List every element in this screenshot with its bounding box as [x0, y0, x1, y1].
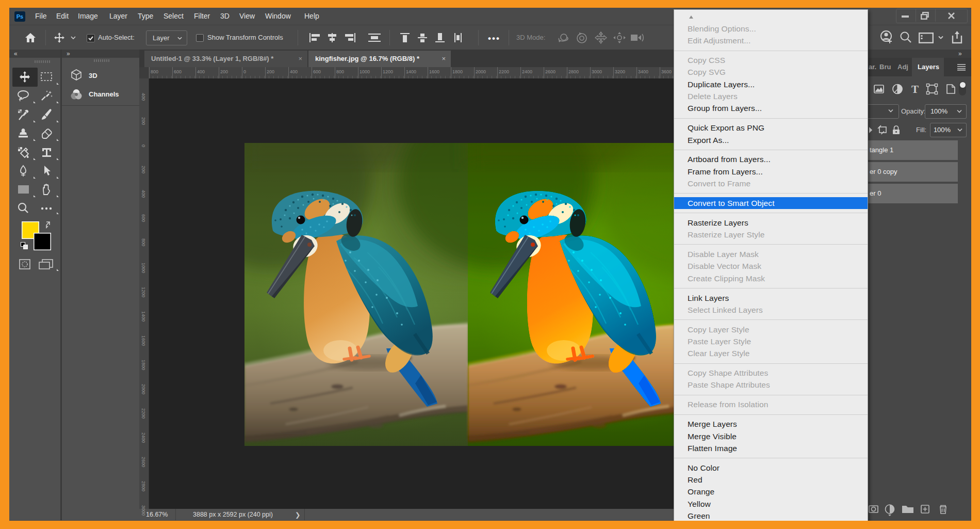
svg-text:T: T: [911, 83, 919, 95]
